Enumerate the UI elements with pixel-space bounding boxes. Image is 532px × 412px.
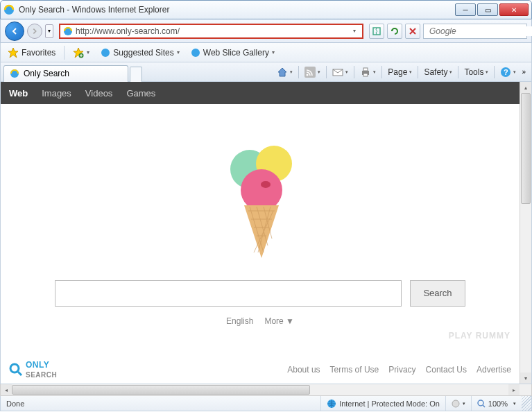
security-zone[interactable]: Internet | Protected Mode: On (320, 396, 445, 411)
footer-advertise[interactable]: Advertise (477, 365, 511, 375)
site-search-input[interactable] (55, 280, 402, 307)
svg-rect-14 (363, 74, 368, 76)
ie-icon (3, 4, 15, 15)
scroll-up-arrow[interactable]: ▴ (520, 82, 531, 93)
nav-videos[interactable]: Videos (85, 88, 113, 98)
footer-privacy[interactable]: Privacy (388, 365, 415, 375)
star-icon (8, 47, 19, 58)
svg-line-22 (18, 372, 22, 375)
search-provider-input[interactable] (429, 26, 532, 36)
safety-menu[interactable]: Safety▾ (421, 65, 455, 80)
stop-button[interactable] (405, 24, 420, 39)
ice-cream-logo (215, 135, 305, 259)
page-label: Page (388, 67, 407, 77)
only-search-logo: ONLYSEARCH (9, 360, 57, 379)
svg-point-7 (191, 49, 200, 57)
feeds-button[interactable]: ▾ (302, 65, 323, 80)
hero-section: Search English More ▼ (1, 104, 520, 356)
svg-point-19 (241, 169, 282, 211)
zone-label: Internet | Protected Mode: On (339, 400, 440, 408)
nav-images[interactable]: Images (42, 88, 71, 98)
scroll-right-arrow[interactable]: ▸ (508, 384, 520, 395)
ie-page-icon (10, 69, 19, 78)
nav-web[interactable]: Web (9, 88, 28, 98)
back-button[interactable] (5, 22, 24, 41)
add-to-favorites-button[interactable]: ▾ (70, 46, 92, 60)
scroll-down-arrow[interactable]: ▾ (520, 372, 531, 384)
maximize-button[interactable]: ▭ (477, 3, 498, 16)
recent-pages-dropdown[interactable]: ▾ (45, 24, 53, 38)
help-icon: ? (500, 67, 511, 78)
star-add-icon (73, 47, 84, 58)
address-dropdown[interactable]: ▾ (350, 28, 359, 34)
web-slice-label: Web Slice Gallery (203, 48, 269, 58)
webpage: Web Images Videos Games Search English M… (1, 82, 520, 384)
tools-menu[interactable]: Tools▾ (461, 65, 491, 80)
language-row: English More ▼ (226, 316, 294, 326)
footer-about[interactable]: About us (287, 365, 320, 375)
browser-tab[interactable]: Only Search (3, 65, 128, 82)
chevron-down-icon: ▾ (272, 49, 275, 55)
arrow-right-icon (31, 28, 38, 35)
tab-title: Only Search (24, 69, 69, 78)
vertical-scrollbar[interactable]: ▴ ▾ (520, 82, 531, 384)
refresh-icon (390, 26, 400, 36)
protected-mode-toggle[interactable]: ▾ (445, 396, 471, 411)
new-tab-button[interactable] (130, 67, 142, 82)
print-button[interactable]: ▾ (357, 65, 379, 80)
svg-point-24 (452, 400, 459, 407)
site-icon (101, 48, 110, 58)
print-icon (360, 67, 371, 78)
hscroll-thumb[interactable] (12, 385, 310, 395)
svg-point-25 (478, 400, 483, 406)
svg-point-20 (261, 181, 271, 188)
rss-icon (304, 67, 316, 78)
title-bar: Only Search - Windows Internet Explorer … (0, 0, 532, 19)
pm-icon (452, 400, 460, 408)
close-button[interactable]: ✕ (499, 3, 529, 16)
ie-page-icon (63, 26, 73, 36)
refresh-button[interactable] (387, 24, 402, 39)
arrow-left-icon (10, 27, 19, 35)
minimize-button[interactable]: ─ (455, 3, 476, 16)
status-bar: Done Internet | Protected Mode: On ▾ 100… (0, 396, 532, 411)
svg-point-21 (10, 364, 19, 372)
svg-text:?: ? (504, 68, 508, 76)
scroll-thumb[interactable] (521, 93, 531, 204)
address-bar[interactable]: ▾ (59, 24, 363, 39)
suggested-sites-link[interactable]: Suggested Sites ▾ (98, 46, 182, 59)
nav-games[interactable]: Games (126, 88, 155, 98)
content-area: Web Images Videos Games Search English M… (0, 82, 532, 384)
resize-grip[interactable] (522, 396, 531, 411)
footer-contact[interactable]: Contact Us (426, 365, 467, 375)
search-row: Search (55, 280, 465, 307)
expand-toolbar-button[interactable]: » (522, 68, 526, 76)
read-mail-button[interactable]: ▾ (329, 65, 351, 80)
navigation-bar: ▾ ▾ g (0, 19, 532, 43)
svg-line-26 (483, 405, 485, 407)
favorites-label: Favorites (22, 48, 55, 58)
zoom-icon (477, 400, 486, 408)
url-input[interactable] (76, 26, 350, 36)
compat-view-button[interactable] (369, 24, 384, 39)
favorites-button[interactable]: Favorites (5, 46, 58, 60)
site-search-button[interactable]: Search (410, 280, 465, 307)
zoom-control[interactable]: 100% ▾ (471, 396, 522, 411)
more-link[interactable]: More ▼ (264, 316, 294, 326)
help-button[interactable]: ?▾ (497, 65, 519, 80)
globe-icon (327, 399, 336, 409)
search-provider-box[interactable]: g (423, 24, 527, 39)
scroll-left-arrow[interactable]: ◂ (1, 384, 12, 395)
web-slice-gallery-link[interactable]: Web Slice Gallery ▾ (188, 46, 277, 59)
webslice-icon (191, 48, 200, 58)
status-text: Done (1, 396, 320, 411)
footer-terms[interactable]: Terms of Use (330, 365, 379, 375)
home-button[interactable]: ▾ (274, 65, 295, 80)
language-link[interactable]: English (226, 316, 253, 326)
forward-button[interactable] (27, 24, 42, 39)
page-menu[interactable]: Page▾ (385, 65, 415, 80)
horizontal-scrollbar[interactable]: ◂ ▸ (0, 384, 532, 396)
svg-rect-13 (363, 68, 368, 71)
svg-point-6 (101, 49, 110, 57)
tab-command-bar: Only Search ▾ ▾ ▾ ▾ Page▾ Safety▾ Tools▾… (0, 62, 532, 82)
